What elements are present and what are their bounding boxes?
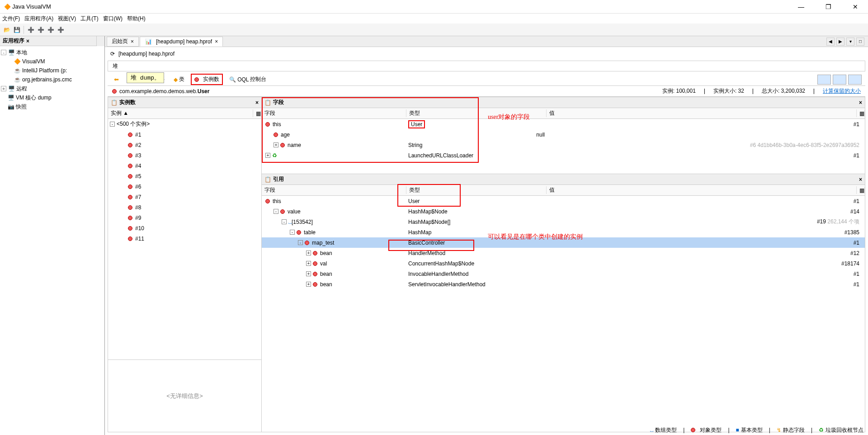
pane-close-icon[interactable]: × [255,99,259,106]
ref-row[interactable]: + beanHandlerMethod#12 [262,248,865,258]
annotation-fields: user对象的字段 [488,113,530,121]
col-menu-icon[interactable]: ▦ [253,110,261,117]
instance-row[interactable]: #10 [108,223,261,233]
addlocal-icon[interactable]: ➕ [26,25,35,34]
sidebar-close-icon[interactable]: × [26,38,29,44]
tree-jetbrains[interactable]: ☕org.jetbrains.jps.cmc [1,75,104,84]
tree-snapshot[interactable]: 📷快照 [1,102,104,111]
doc-title: [heapdump] heap.hprof [118,51,175,57]
col-instance[interactable]: 实例 ▲ [108,109,253,117]
instance-row[interactable]: #11 [108,233,261,244]
fields-pane-title: 字段 [273,99,284,106]
ref-row[interactable]: + beanInvocableHandlerMethod#1 [262,269,865,279]
minimize-button[interactable]: — [794,2,808,11]
oql-button[interactable]: 🔍OQL 控制台 [226,75,269,84]
addremote-icon[interactable]: ➕ [36,25,45,34]
subtab-heap[interactable]: 堆 [110,62,121,70]
instance-row[interactable]: #5 [108,171,261,181]
col-menu-icon[interactable]: ▦ [857,187,865,194]
instance-row[interactable]: #8 [108,202,261,213]
maximize-button[interactable]: ❐ [821,2,835,11]
col-value[interactable]: 值 [547,186,857,194]
tab-list-icon[interactable]: ▾ [846,38,854,46]
field-row[interactable]: +♻ LaunchedURLClassLoader#1 [262,150,865,161]
breadcrumb-pkg: com.example.demo.demos.web. [119,88,198,95]
instance-group[interactable]: -<500 个实例> [108,119,261,129]
legend-array: ⎵数组类型 [650,426,677,434]
tab-heapdump[interactable]: 📊[heapdump] heap.hprof× [140,37,223,47]
col-type[interactable]: 类型 [406,186,547,194]
sidebar-tab-label[interactable]: 应用程序 [3,37,24,45]
tab-prev-icon[interactable]: ◀ [826,38,835,46]
refs-pane-icon: 📋 [264,176,271,183]
toolbar-icon-2[interactable] [833,75,846,85]
col-menu-icon[interactable]: ▦ [857,110,865,117]
stat-totalsize: 总大小: 3,200,032 [762,88,805,94]
instance-row[interactable]: #9 [108,213,261,223]
addjmx-icon[interactable]: ➕ [46,25,55,34]
tab-start[interactable]: 启始页× [107,37,139,47]
field-row[interactable]: agenull [262,129,865,140]
menu-app[interactable]: 应用程序(A) [24,15,53,23]
tree-local[interactable]: -🖥️本地 [1,48,104,57]
legend-object: 对象类型 [691,426,722,434]
pane-close-icon[interactable]: × [859,176,862,183]
col-value[interactable]: 值 [547,109,857,117]
menu-tools[interactable]: 工具(T) [80,15,98,23]
stat-instances: 实例: 100,001 [662,88,696,94]
legend-gcroot: ♻垃圾回收根节点 [819,426,863,434]
instances-pane-icon: 📋 [111,99,118,106]
breadcrumb-class: User [198,88,210,95]
tab-close-icon[interactable]: × [215,38,218,45]
instances-button[interactable]: 实例数 [191,74,223,85]
tree-visualvm[interactable]: 🔶VisualVM [1,57,104,66]
refresh-icon[interactable]: ⟳ [110,51,115,57]
col-field[interactable]: 字段 [262,109,406,117]
ref-row[interactable]: -⎵ [153542]HashMap$Node[]#19 262,144 个项 [262,217,865,227]
menu-view[interactable]: 视图(V) [58,15,76,23]
instance-row[interactable]: #1 [108,129,261,140]
menu-file[interactable]: 文件(F) [2,15,20,23]
stat-instsize: 实例大小: 32 [713,88,744,94]
app-icon: 🔶 [4,3,11,10]
field-row[interactable]: + nameString#6 4d1bb46b-3b0a-4ec6-83f5-2… [262,140,865,150]
col-field[interactable]: 字段 [262,186,406,194]
toolbar-icon-1[interactable] [817,75,831,85]
instance-row[interactable]: #6 [108,181,261,192]
toolbar-icon-3[interactable] [848,75,862,85]
instance-row[interactable]: #3 [108,150,261,161]
instance-row[interactable]: #2 [108,140,261,150]
tooltip: 堆 dump。 [127,72,164,83]
window-title: Java VisualVM [12,3,794,10]
ref-row[interactable]: + valConcurrentHashMap$Node#18174 [262,258,865,269]
ref-row[interactable]: + beanServletInvocableHandlerMethod#1 [262,279,865,289]
annotation-refs: 可以看见是在哪个类中创建的实例 [488,233,583,241]
instance-row[interactable]: #4 [108,161,261,171]
ref-row[interactable]: - valueHashMap$Node#14 [262,206,865,217]
nav-back-button[interactable]: ⬅ [111,75,122,84]
pane-close-icon[interactable]: × [859,99,862,106]
tab-next-icon[interactable]: ▶ [836,38,844,46]
tree-intellij[interactable]: ☕IntelliJ Platform (p: [1,66,104,75]
fields-pane-icon: 📋 [264,99,271,106]
save-icon[interactable]: 💾 [12,25,21,34]
legend-static: ↯静态字段 [777,426,805,434]
addcore-icon[interactable]: ➕ [56,25,65,34]
close-button[interactable]: ✕ [849,2,862,11]
tree-vmcore[interactable]: 🖥️VM 核心 dump [1,93,104,102]
menu-window[interactable]: 窗口(W) [103,15,123,23]
classes-button[interactable]: ◆类 [171,75,187,84]
class-icon [112,89,117,94]
tree-remote[interactable]: +🖥️远程 [1,84,104,93]
tab-close-icon[interactable]: × [131,38,134,45]
menu-help[interactable]: 帮助(H) [127,15,146,23]
sidebar-collapse[interactable] [96,36,104,46]
open-icon[interactable]: 📂 [2,25,11,34]
no-detail-label: <无详细信息> [108,359,261,432]
instances-pane-title: 实例数 [119,99,136,106]
tab-max-icon[interactable]: □ [856,38,864,46]
instance-row[interactable]: #7 [108,192,261,202]
compute-retained-link[interactable]: 计算保留的大小 [823,88,861,94]
ref-row[interactable]: thisUser#1 [262,196,865,206]
field-row[interactable]: thisUser#1 [262,119,865,129]
